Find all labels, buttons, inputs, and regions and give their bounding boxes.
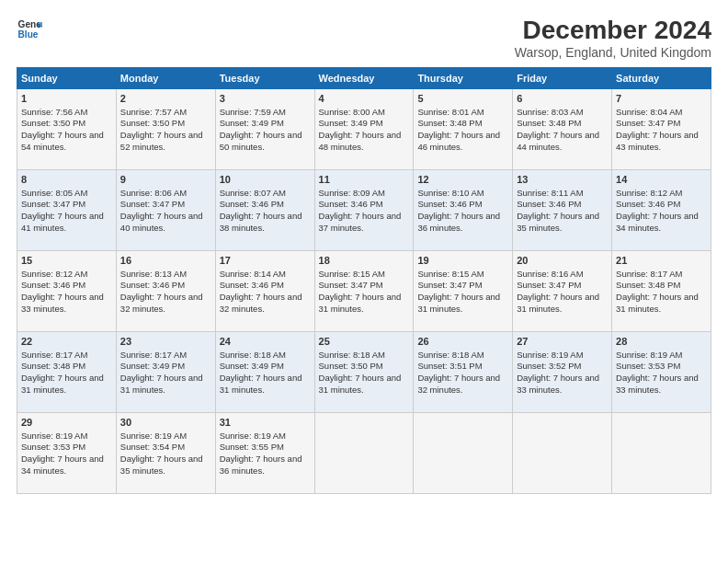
- daylight-text: Daylight: 7 hours and 32 minutes.: [120, 292, 203, 314]
- sunrise-text: Sunrise: 8:12 AM: [616, 188, 682, 198]
- daylight-text: Daylight: 7 hours and 31 minutes.: [319, 373, 402, 395]
- sunset-text: Sunset: 3:49 PM: [220, 118, 284, 128]
- calendar-cell: 6Sunrise: 8:03 AMSunset: 3:48 PMDaylight…: [513, 88, 612, 169]
- calendar-cell: 9Sunrise: 8:06 AMSunset: 3:47 PMDaylight…: [116, 169, 215, 250]
- sunrise-text: Sunrise: 8:15 AM: [319, 269, 385, 279]
- day-number: 13: [517, 173, 608, 187]
- calendar-week-2: 8Sunrise: 8:05 AMSunset: 3:47 PMDaylight…: [17, 169, 711, 250]
- day-header-monday: Monday: [116, 67, 215, 88]
- sunset-text: Sunset: 3:46 PM: [220, 199, 284, 209]
- sunset-text: Sunset: 3:46 PM: [517, 199, 581, 209]
- sunrise-text: Sunrise: 8:18 AM: [417, 350, 483, 360]
- calendar-week-4: 22Sunrise: 8:17 AMSunset: 3:48 PMDayligh…: [17, 331, 711, 412]
- day-header-sunday: Sunday: [17, 67, 117, 88]
- daylight-text: Daylight: 7 hours and 33 minutes.: [517, 373, 599, 395]
- calendar-cell: 30Sunrise: 8:19 AMSunset: 3:54 PMDayligh…: [116, 412, 215, 493]
- calendar-cell: 23Sunrise: 8:17 AMSunset: 3:49 PMDayligh…: [116, 331, 215, 412]
- daylight-text: Daylight: 7 hours and 32 minutes.: [417, 373, 500, 395]
- sunset-text: Sunset: 3:50 PM: [120, 118, 185, 128]
- sunrise-text: Sunrise: 8:09 AM: [319, 188, 385, 198]
- daylight-text: Daylight: 7 hours and 32 minutes.: [220, 292, 302, 314]
- day-number: 21: [616, 254, 707, 268]
- daylight-text: Daylight: 7 hours and 31 minutes.: [220, 373, 302, 395]
- sunset-text: Sunset: 3:53 PM: [616, 361, 680, 371]
- calendar-cell: 24Sunrise: 8:18 AMSunset: 3:49 PMDayligh…: [215, 331, 314, 412]
- sunrise-text: Sunrise: 8:19 AM: [616, 350, 682, 360]
- title-block: December 2024 Warsop, England, United Ki…: [515, 17, 711, 60]
- sunrise-text: Sunrise: 8:06 AM: [120, 188, 187, 198]
- calendar-cell: 27Sunrise: 8:19 AMSunset: 3:52 PMDayligh…: [513, 331, 612, 412]
- sunset-text: Sunset: 3:55 PM: [220, 442, 284, 452]
- daylight-text: Daylight: 7 hours and 35 minutes.: [517, 211, 599, 233]
- sunset-text: Sunset: 3:49 PM: [220, 361, 284, 371]
- calendar-cell: 19Sunrise: 8:15 AMSunset: 3:47 PMDayligh…: [414, 250, 513, 331]
- daylight-text: Daylight: 7 hours and 46 minutes.: [417, 130, 500, 152]
- sunset-text: Sunset: 3:52 PM: [517, 361, 581, 371]
- day-header-saturday: Saturday: [612, 67, 711, 88]
- day-number: 15: [21, 254, 112, 268]
- day-number: 29: [21, 416, 112, 430]
- logo: General Blue: [17, 17, 42, 42]
- sunset-text: Sunset: 3:53 PM: [21, 442, 85, 452]
- sunset-text: Sunset: 3:47 PM: [616, 118, 680, 128]
- day-header-thursday: Thursday: [414, 67, 513, 88]
- daylight-text: Daylight: 7 hours and 41 minutes.: [21, 211, 104, 233]
- sunrise-text: Sunrise: 8:01 AM: [417, 107, 483, 117]
- sunrise-text: Sunrise: 8:13 AM: [120, 269, 187, 279]
- sunset-text: Sunset: 3:49 PM: [120, 361, 185, 371]
- subtitle: Warsop, England, United Kingdom: [515, 45, 711, 60]
- sunset-text: Sunset: 3:48 PM: [616, 280, 680, 290]
- sunset-text: Sunset: 3:46 PM: [220, 280, 284, 290]
- day-header-friday: Friday: [513, 67, 612, 88]
- calendar-cell: 10Sunrise: 8:07 AMSunset: 3:46 PMDayligh…: [215, 169, 314, 250]
- sunrise-text: Sunrise: 8:15 AM: [417, 269, 483, 279]
- daylight-text: Daylight: 7 hours and 31 minutes.: [616, 292, 699, 314]
- day-number: 25: [319, 335, 410, 349]
- sunset-text: Sunset: 3:47 PM: [417, 280, 482, 290]
- daylight-text: Daylight: 7 hours and 31 minutes.: [417, 292, 500, 314]
- sunrise-text: Sunrise: 8:19 AM: [517, 350, 583, 360]
- calendar-cell: [414, 412, 513, 493]
- daylight-text: Daylight: 7 hours and 33 minutes.: [21, 292, 104, 314]
- sunrise-text: Sunrise: 7:59 AM: [220, 107, 286, 117]
- calendar-cell: 8Sunrise: 8:05 AMSunset: 3:47 PMDaylight…: [17, 169, 117, 250]
- daylight-text: Daylight: 7 hours and 44 minutes.: [517, 130, 599, 152]
- calendar-cell: [612, 412, 711, 493]
- sunrise-text: Sunrise: 7:57 AM: [120, 107, 187, 117]
- day-header-wednesday: Wednesday: [314, 67, 414, 88]
- calendar-cell: 26Sunrise: 8:18 AMSunset: 3:51 PMDayligh…: [414, 331, 513, 412]
- sunrise-text: Sunrise: 8:19 AM: [220, 431, 286, 441]
- day-number: 8: [21, 173, 112, 187]
- sunrise-text: Sunrise: 8:19 AM: [120, 431, 187, 441]
- sunrise-text: Sunrise: 8:18 AM: [220, 350, 286, 360]
- daylight-text: Daylight: 7 hours and 38 minutes.: [220, 211, 302, 233]
- sunrise-text: Sunrise: 7:56 AM: [21, 107, 87, 117]
- daylight-text: Daylight: 7 hours and 52 minutes.: [120, 130, 203, 152]
- daylight-text: Daylight: 7 hours and 31 minutes.: [120, 373, 203, 395]
- calendar-cell: 4Sunrise: 8:00 AMSunset: 3:49 PMDaylight…: [314, 88, 414, 169]
- day-number: 19: [417, 254, 508, 268]
- daylight-text: Daylight: 7 hours and 36 minutes.: [220, 454, 302, 476]
- calendar-week-3: 15Sunrise: 8:12 AMSunset: 3:46 PMDayligh…: [17, 250, 711, 331]
- day-number: 5: [417, 92, 508, 106]
- sunrise-text: Sunrise: 8:03 AM: [517, 107, 583, 117]
- day-number: 24: [220, 335, 311, 349]
- daylight-text: Daylight: 7 hours and 33 minutes.: [616, 373, 699, 395]
- calendar: SundayMondayTuesdayWednesdayThursdayFrid…: [17, 67, 711, 494]
- daylight-text: Daylight: 7 hours and 34 minutes.: [616, 211, 699, 233]
- sunrise-text: Sunrise: 8:19 AM: [21, 431, 87, 441]
- day-header-tuesday: Tuesday: [215, 67, 314, 88]
- daylight-text: Daylight: 7 hours and 35 minutes.: [120, 454, 203, 476]
- main-title: December 2024: [515, 17, 711, 45]
- sunrise-text: Sunrise: 8:17 AM: [616, 269, 682, 279]
- calendar-cell: 1Sunrise: 7:56 AMSunset: 3:50 PMDaylight…: [17, 88, 117, 169]
- sunset-text: Sunset: 3:46 PM: [319, 199, 383, 209]
- sunset-text: Sunset: 3:51 PM: [417, 361, 482, 371]
- day-number: 26: [417, 335, 508, 349]
- daylight-text: Daylight: 7 hours and 54 minutes.: [21, 130, 104, 152]
- calendar-week-1: 1Sunrise: 7:56 AMSunset: 3:50 PMDaylight…: [17, 88, 711, 169]
- sunrise-text: Sunrise: 8:16 AM: [517, 269, 583, 279]
- day-number: 20: [517, 254, 608, 268]
- calendar-cell: 2Sunrise: 7:57 AMSunset: 3:50 PMDaylight…: [116, 88, 215, 169]
- day-number: 1: [21, 92, 112, 106]
